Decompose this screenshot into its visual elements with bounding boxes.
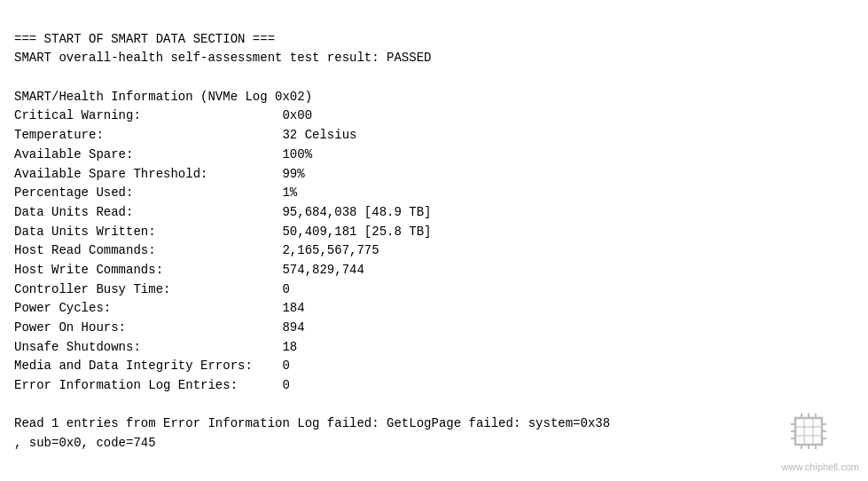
terminal-line: Critical Warning: 0x00 (14, 106, 854, 126)
terminal-line: Power Cycles: 184 (14, 299, 854, 319)
terminal-line: Power On Hours: 894 (14, 319, 854, 338)
watermark-url: www.chiphell.com (782, 461, 859, 472)
terminal-line: Media and Data Integrity Errors: 0 (14, 357, 854, 376)
watermark: www.chiphell.com (782, 405, 859, 472)
terminal-line: Available Spare: 100% (14, 146, 854, 165)
terminal-line: SMART overall-health self-assessment tes… (14, 49, 854, 68)
terminal-line: Unsafe Shutdowns: 18 (14, 338, 854, 358)
terminal-line: Temperature: 32 Celsius (14, 126, 854, 146)
terminal-line: , sub=0x0, code=745 (14, 434, 854, 453)
terminal-line: Data Units Read: 95,684,038 [48.9 TB] (14, 203, 854, 223)
terminal-line: Controller Busy Time: 0 (14, 280, 854, 300)
svg-rect-0 (795, 418, 822, 445)
terminal-output: === START OF SMART DATA SECTION ===SMART… (14, 11, 854, 453)
terminal-line: Read 1 entries from Error Information Lo… (14, 414, 854, 434)
terminal-line: Available Spare Threshold: 99% (14, 165, 854, 185)
terminal-line: Host Write Commands: 574,829,744 (14, 261, 854, 280)
terminal-line: Host Read Commands: 2,165,567,775 (14, 241, 854, 261)
chip-logo-icon (782, 405, 835, 458)
terminal-line: === START OF SMART DATA SECTION === (14, 30, 854, 50)
terminal-line: Error Information Log Entries: 0 (14, 376, 854, 396)
terminal-line (14, 68, 854, 88)
terminal-line: Percentage Used: 1% (14, 184, 854, 203)
terminal-line (14, 396, 854, 415)
terminal-line: Data Units Written: 50,409,181 [25.8 TB] (14, 223, 854, 242)
terminal-line: SMART/Health Information (NVMe Log 0x02) (14, 88, 854, 107)
